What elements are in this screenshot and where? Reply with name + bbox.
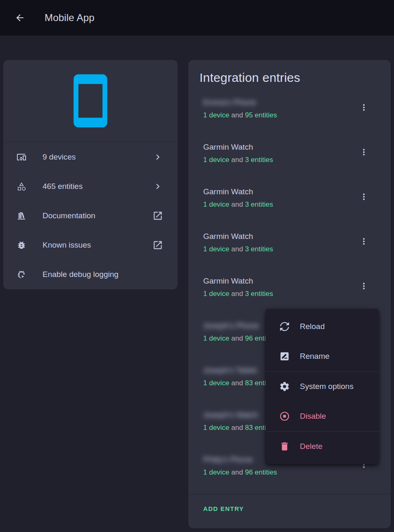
entries-card-title: Integration entries	[188, 60, 391, 87]
entity-count-link[interactable]: 3 entities	[245, 290, 273, 298]
menu-item-label: Delete	[300, 442, 323, 451]
entities-link-label: 465 entities	[43, 182, 152, 191]
connector-text: and	[231, 468, 243, 476]
devices-icon	[17, 152, 26, 162]
connector-text: and	[231, 424, 243, 432]
documentation-link-row[interactable]: Documentation	[3, 201, 178, 230]
menu-item-rename[interactable]: Rename	[266, 341, 379, 371]
enable-debug-logging-label: Enable debug logging	[43, 270, 163, 279]
dots-vertical-icon	[359, 281, 369, 291]
bug-play-icon	[17, 270, 26, 279]
device-count-link[interactable]: 1 device	[203, 379, 229, 387]
connector-text: and	[231, 156, 243, 164]
connector-text: and	[231, 200, 243, 208]
entities-link-row[interactable]: 465 entities	[3, 172, 178, 201]
entry-row: Garmin Watch 1 device and 3 entities	[188, 270, 391, 315]
dots-vertical-icon	[359, 192, 369, 202]
connector-text: and	[231, 111, 243, 119]
bug-icon	[17, 240, 26, 250]
arrow-left-icon	[14, 12, 25, 23]
shapes-icon	[17, 181, 26, 191]
menu-item-label: Disable	[300, 412, 326, 421]
entity-count-link[interactable]: 96 entities	[245, 468, 277, 476]
chevron-right-icon	[152, 152, 163, 162]
open-in-new-icon	[152, 210, 163, 221]
entity-count-link[interactable]: 3 entities	[245, 245, 273, 253]
integration-info-card: 9 devices 465 entities Documentation Kno…	[3, 60, 178, 289]
documentation-link-label: Documentation	[43, 211, 152, 220]
integration-icon-area	[3, 60, 178, 142]
cog-icon	[279, 381, 290, 392]
app-header: Mobile App	[0, 0, 394, 36]
device-count-link[interactable]: 1 device	[203, 245, 229, 253]
enable-debug-logging-row[interactable]: Enable debug logging	[3, 260, 178, 289]
entity-count-link[interactable]: 3 entities	[245, 200, 273, 208]
menu-item-label: Reload	[300, 322, 325, 331]
entry-row: Garmin Watch 1 device and 3 entities	[188, 225, 391, 270]
device-count-link[interactable]: 1 device	[203, 290, 229, 298]
entry-row: Garmin Watch 1 device and 3 entities	[188, 136, 391, 181]
devices-link-label: 9 devices	[43, 153, 152, 162]
menu-item-label: System options	[300, 382, 354, 391]
dots-vertical-icon	[359, 236, 369, 246]
add-entry-button[interactable]: ADD ENTRY	[188, 501, 252, 516]
connector-text: and	[231, 290, 243, 298]
connector-text: and	[231, 245, 243, 253]
delete-icon	[279, 441, 290, 452]
entry-menu-button[interactable]	[356, 188, 372, 205]
open-in-new-icon	[152, 240, 163, 250]
entry-row: Garmin Watch 1 device and 3 entities	[188, 181, 391, 225]
entry-menu-button[interactable]	[356, 233, 372, 250]
connector-text: and	[231, 334, 243, 342]
menu-item-reload[interactable]: Reload	[266, 312, 379, 341]
entry-menu-button[interactable]	[356, 278, 372, 294]
entity-count-link[interactable]: 3 entities	[245, 156, 273, 164]
menu-item-system-options[interactable]: System options	[266, 372, 379, 401]
device-count-link[interactable]: 1 device	[203, 111, 229, 119]
back-button[interactable]	[10, 8, 30, 28]
menu-item-disable[interactable]: Disable	[266, 401, 379, 431]
entry-name: Emma's Phone	[203, 97, 356, 108]
entry-name: Garmin Watch	[203, 275, 356, 286]
rename-box-icon	[279, 351, 290, 362]
cellphone-icon	[62, 72, 119, 130]
device-count-link[interactable]: 1 device	[203, 156, 229, 164]
entry-context-menu: Reload Rename System options Disable Del…	[266, 309, 379, 464]
entry-menu-button[interactable]	[356, 144, 372, 160]
known-issues-link-label: Known issues	[43, 241, 152, 250]
device-count-link[interactable]: 1 device	[203, 424, 229, 432]
dots-vertical-icon	[359, 147, 369, 157]
page-title: Mobile App	[45, 12, 95, 24]
device-count-link[interactable]: 1 device	[203, 200, 229, 208]
entity-count-link[interactable]: 95 entities	[245, 111, 277, 119]
chevron-right-icon	[152, 181, 163, 192]
entry-name: Garmin Watch	[203, 141, 356, 153]
bookshelf-icon	[17, 211, 26, 221]
devices-link-row[interactable]: 9 devices	[3, 142, 178, 172]
stop-circle-outline-icon	[279, 411, 290, 422]
entry-row: Emma's Phone 1 device and 95 entities	[188, 91, 391, 136]
menu-item-label: Rename	[300, 352, 330, 361]
dots-vertical-icon	[359, 103, 369, 112]
entry-name: Garmin Watch	[203, 186, 356, 197]
connector-text: and	[231, 379, 243, 387]
device-count-link[interactable]: 1 device	[203, 334, 229, 342]
entry-name: Garmin Watch	[203, 231, 356, 242]
device-count-link[interactable]: 1 device	[203, 468, 229, 476]
menu-item-delete[interactable]: Delete	[266, 432, 379, 461]
reload-icon	[279, 321, 290, 332]
entry-menu-button[interactable]	[356, 99, 372, 116]
known-issues-link-row[interactable]: Known issues	[3, 230, 178, 260]
